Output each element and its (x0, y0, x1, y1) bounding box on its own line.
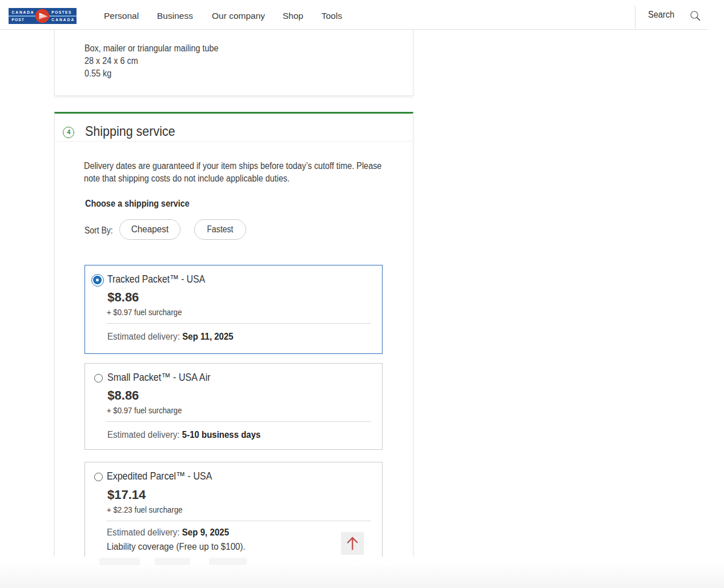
svg-text:CANADA: CANADA (12, 10, 34, 14)
svg-text:CANADA: CANADA (51, 18, 74, 22)
svg-text:POSTES: POSTES (51, 10, 71, 14)
svg-text:POST: POST (12, 18, 24, 22)
